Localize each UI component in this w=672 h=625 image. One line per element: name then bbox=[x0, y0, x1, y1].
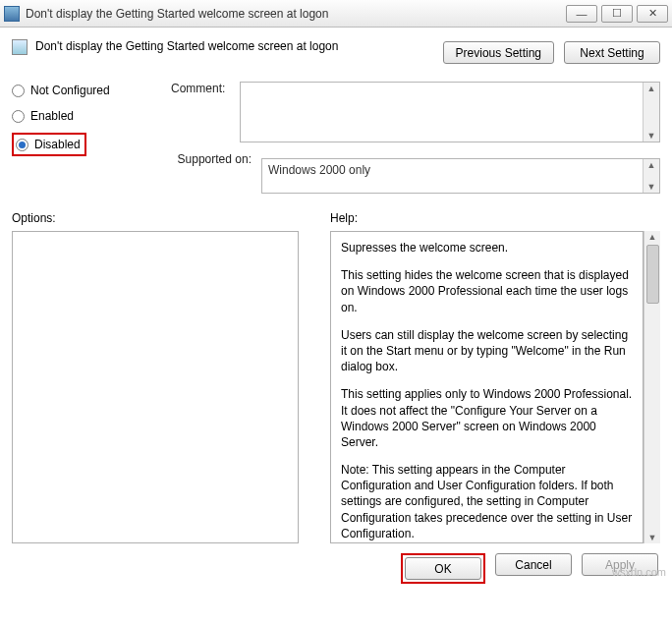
radio-disabled-highlight: Disabled bbox=[12, 133, 86, 156]
ok-highlight: OK bbox=[401, 553, 485, 584]
maximize-button[interactable]: ☐ bbox=[601, 5, 633, 23]
options-pane bbox=[12, 231, 299, 543]
comment-value bbox=[241, 83, 643, 142]
ok-button[interactable]: OK bbox=[405, 557, 481, 580]
titlebar: Don't display the Getting Started welcom… bbox=[0, 0, 672, 28]
cancel-button[interactable]: Cancel bbox=[495, 553, 572, 576]
supported-field: Windows 2000 only ▲ ▼ bbox=[261, 158, 660, 194]
help-paragraph: Note: This setting appears in the Comput… bbox=[341, 462, 633, 541]
help-text: Supresses the welcome screen.This settin… bbox=[331, 232, 643, 542]
radio-disabled[interactable]: Disabled bbox=[16, 136, 81, 153]
scroll-up-icon: ▲ bbox=[647, 83, 656, 94]
radio-enabled[interactable]: Enabled bbox=[12, 107, 141, 125]
scrollbar[interactable]: ▲ ▼ bbox=[643, 159, 659, 193]
radio-icon bbox=[12, 85, 25, 97]
policy-icon bbox=[12, 39, 28, 55]
window-title: Don't display the Getting Started welcom… bbox=[26, 7, 562, 21]
app-icon bbox=[4, 6, 20, 22]
help-paragraph: This setting hides the welcome screen th… bbox=[341, 267, 633, 315]
scroll-up-icon: ▲ bbox=[647, 159, 656, 171]
help-paragraph: Users can still display the welcome scre… bbox=[341, 327, 633, 375]
radio-label: Not Configured bbox=[30, 84, 110, 97]
help-scrollbar[interactable]: ▲ ▼ bbox=[644, 231, 660, 543]
radio-not-configured[interactable]: Not Configured bbox=[12, 82, 141, 99]
help-label: Help: bbox=[330, 211, 660, 225]
scrollbar[interactable]: ▲ ▼ bbox=[643, 83, 659, 142]
supported-value: Windows 2000 only bbox=[262, 159, 643, 193]
options-label: Options: bbox=[12, 211, 307, 225]
policy-title: Don't display the Getting Started welcom… bbox=[35, 37, 435, 53]
supported-label: Supported on: bbox=[171, 152, 252, 194]
scroll-down-icon: ▼ bbox=[647, 130, 656, 142]
radio-icon bbox=[12, 110, 25, 123]
scroll-down-icon: ▼ bbox=[648, 532, 657, 543]
help-pane: Supresses the welcome screen.This settin… bbox=[330, 231, 644, 543]
radio-label: Enabled bbox=[30, 109, 74, 123]
scrollbar-thumb[interactable] bbox=[646, 245, 659, 304]
comment-label: Comment: bbox=[171, 82, 230, 142]
radio-label: Disabled bbox=[34, 138, 81, 151]
help-paragraph: Supresses the welcome screen. bbox=[341, 240, 633, 256]
dialog-buttons: OK Cancel Apply bbox=[0, 543, 672, 594]
scroll-down-icon: ▼ bbox=[647, 181, 656, 193]
next-setting-button[interactable]: Next Setting bbox=[564, 41, 660, 64]
state-radios: Not Configured Enabled Disabled bbox=[12, 82, 141, 194]
scroll-up-icon: ▲ bbox=[648, 231, 657, 243]
previous-setting-button[interactable]: Previous Setting bbox=[443, 41, 554, 64]
close-button[interactable]: ✕ bbox=[637, 5, 668, 23]
help-paragraph: This setting applies only to Windows 200… bbox=[341, 386, 633, 450]
comment-field[interactable]: ▲ ▼ bbox=[240, 82, 660, 142]
minimize-button[interactable]: — bbox=[566, 5, 597, 23]
watermark: wsxdn.com bbox=[612, 566, 666, 578]
radio-icon bbox=[16, 139, 28, 151]
header: Don't display the Getting Started welcom… bbox=[12, 37, 660, 64]
